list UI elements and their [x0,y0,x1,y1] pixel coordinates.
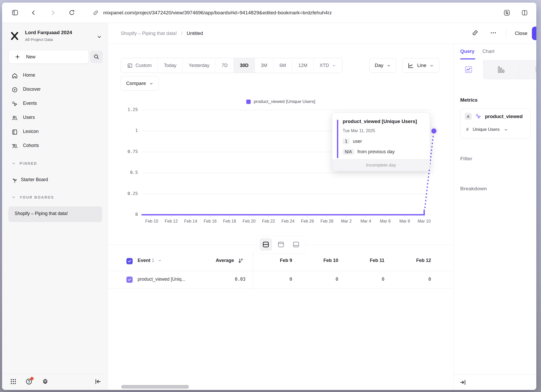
range-yesterday[interactable]: Yesterday [183,58,216,73]
your-boards-section-header[interactable]: YOUR BOARDS [11,195,54,199]
report-main: Custom Today Yesterday 7D 30D 3M 6M 12M … [108,44,453,390]
event-column-header[interactable]: Event 1 [138,258,162,263]
new-button-label: New [26,54,35,60]
breadcrumb-bar: Shopify – Piping that data! / Untitled C… [108,23,536,44]
sidebar-item-cohorts[interactable]: Cohorts [2,139,108,153]
url-bar[interactable]: mixpanel.com/project/3472420/view/397469… [103,10,332,16]
compass-icon [11,87,18,93]
sidebar-footer [2,373,108,390]
sidebar-toggle-icon[interactable] [11,9,19,17]
range-12m[interactable]: 12M [292,58,314,73]
notification-dot [30,377,34,380]
aggregation-selector[interactable]: # Unique Users [466,127,508,132]
x-tick-label: Feb 16 [199,219,221,224]
desktop-background: mixpanel.com/project/3472420/view/397469… [0,0,541,392]
reload-icon[interactable] [68,9,76,17]
more-options-icon[interactable] [490,29,497,37]
sidebar-item-discover[interactable]: Discover [2,83,108,97]
sort-icon[interactable] [237,258,244,265]
chart-legend[interactable]: product_viewed [Unique Users] [108,99,453,104]
x-tick-label: Mar 6 [374,219,396,224]
retention-report-tab[interactable] [518,60,536,79]
settings-gear-icon[interactable] [41,378,49,385]
sidebar-board-shopify-selected[interactable]: Shopify – Piping that data! [8,206,102,222]
hash-icon: # [466,127,469,132]
range-custom[interactable]: Custom [121,58,158,73]
save-button-sliver[interactable] [532,27,536,40]
insights-report-tab-selected[interactable] [454,60,483,79]
forward-icon[interactable] [49,9,57,17]
funnel-bars-icon [496,65,505,74]
tooltip-value: 1 [343,138,349,144]
sidebar-item-events[interactable]: Events [2,97,108,111]
browser-settings-icon[interactable] [503,9,511,17]
chart-type-dropdown[interactable]: Line [402,58,439,73]
range-6m[interactable]: 6M [274,58,292,73]
compare-dropdown[interactable]: Compare [121,76,159,91]
close-button[interactable]: Close [515,30,527,36]
metrics-heading: Metrics [460,97,478,103]
average-column-header[interactable]: Average [181,258,234,263]
tab-chart[interactable]: Chart [482,48,494,54]
breakdown-heading[interactable]: Breakdown [460,186,487,192]
x-tick-label: Feb 12 [160,219,182,224]
sidebar-item-home[interactable]: Home [2,69,108,83]
tooltip-delta-label: from previous day [358,149,395,154]
row-value: 0 [389,277,431,282]
select-all-checkbox[interactable] [126,258,133,264]
range-today[interactable]: Today [158,58,183,73]
sidebar-nav: Home Discover Events Users Lexicon [2,69,108,153]
table-row[interactable]: product_viewed [Uniq... 0.03 0 0 0 0 [108,271,453,289]
sidebar-item-lexicon[interactable]: Lexicon [2,125,108,139]
project-switcher[interactable]: Lord Farquaad 2024 All Project Data [2,29,108,45]
copy-link-icon[interactable] [472,29,478,37]
horizontal-scrollbar-thumb[interactable] [121,385,189,389]
sidebar-item-label: Discover [23,87,41,92]
row-value: 0 [250,277,292,282]
sidebar-item-label: Users [23,115,35,120]
row-checkbox[interactable] [126,277,133,283]
y-tick-label: 1.25 [108,107,138,112]
x-tick-label: Feb 22 [257,219,279,224]
range-30d-selected[interactable]: 30D [234,58,255,73]
search-button[interactable] [90,51,103,63]
layout-split-toggle-selected[interactable] [260,238,272,251]
page-title: Untitled [187,30,203,36]
granularity-dropdown[interactable]: Day [369,58,396,73]
x-tick-label: Feb 18 [219,219,241,224]
pinned-section-header[interactable]: PINNED [11,161,37,166]
layout-chart-only-toggle[interactable] [275,238,287,251]
collapse-panel-icon[interactable] [459,378,467,386]
sidebar-board-starter[interactable]: Starter Board [2,174,108,187]
chevron-down-icon [158,258,162,262]
tooltip-delta: N/A [343,149,354,155]
metric-card[interactable]: A product_viewed # Unique Users [460,108,531,139]
collapse-sidebar-icon[interactable] [94,378,102,385]
range-7d[interactable]: 7D [216,58,234,73]
new-button[interactable]: New [9,50,89,64]
tooltip-value-unit: user [353,139,362,144]
tab-query-selected[interactable]: Query [460,48,475,54]
tooltip-date: Tue Mar 11, 2025 [343,128,375,133]
range-3m[interactable]: 3M [255,58,274,73]
back-icon[interactable] [30,9,38,17]
y-tick-label: 0.75 [108,149,138,154]
filter-heading[interactable]: Filter [460,156,472,162]
layout-table-only-toggle[interactable] [290,238,302,251]
x-tick-label: Feb 20 [238,219,260,224]
apps-grid-icon[interactable] [9,378,17,385]
metric-name: product_viewed [485,114,523,119]
pinned-label: PINNED [20,161,37,166]
date-column-header: Feb 10 [297,258,338,263]
range-xtd[interactable]: XTD [314,58,342,73]
help-icon[interactable] [25,378,33,385]
line-chart-icon [408,62,414,69]
split-view-icon[interactable] [521,9,528,17]
breadcrumb-board-link[interactable]: Shopify – Piping that data! [121,30,177,36]
tooltip-title: product_viewed [Unique Users] [343,119,417,124]
date-column-header: Feb 11 [343,258,384,263]
search-icon [93,54,100,60]
chart-tooltip: product_viewed [Unique Users] Tue Mar 11… [332,113,430,171]
funnels-report-tab[interactable] [483,60,518,79]
sidebar-item-users[interactable]: Users [2,111,108,125]
